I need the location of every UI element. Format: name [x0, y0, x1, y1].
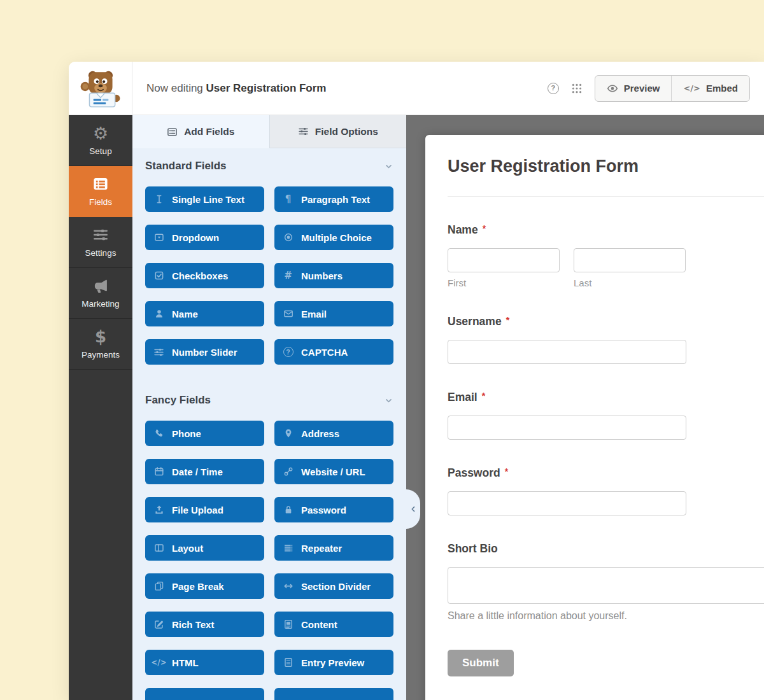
field-button-label: Checkboxes — [172, 270, 228, 281]
section-header-standard-fields[interactable]: Standard Fields — [145, 158, 393, 174]
fields-grid-standard-fields: Single Line Text¶Paragraph TextDropdownM… — [145, 186, 393, 365]
field-button-label: Section Divider — [301, 581, 371, 592]
field-button-page-break[interactable]: Page Break — [145, 573, 264, 599]
field-button-section-divider[interactable]: Section Divider — [274, 573, 393, 599]
field-label-row: Username* — [448, 315, 764, 328]
panel-body: Standard FieldsSingle Line Text¶Paragrap… — [132, 148, 406, 700]
radio-icon — [283, 232, 294, 242]
content-icon — [283, 619, 294, 629]
panel-tabs: Add Fields Field Options — [132, 115, 406, 148]
field-button-label: Email — [301, 309, 327, 319]
field-label: Email — [448, 391, 478, 403]
html-icon: </> — [153, 659, 164, 666]
form-builder-window: Now editing User Registration Form ? — [69, 62, 764, 700]
form-preview-area: User Registration Form Name* First Last … — [406, 115, 764, 700]
builder-body: ⚙Setup Fields Settings Marketing$Payment… — [69, 115, 764, 700]
preview-button[interactable]: Preview — [595, 76, 672, 101]
field-button-multiple-choice[interactable]: Multiple Choice — [274, 225, 393, 250]
field-button-numbers[interactable]: #Numbers — [274, 263, 393, 288]
field-button-label: Paragraph Text — [301, 194, 370, 205]
field-button-password[interactable]: Password — [274, 497, 393, 522]
field-button-number-slider[interactable]: Number Slider — [145, 339, 264, 365]
sidebar-item-marketing[interactable]: Marketing — [69, 268, 132, 319]
field-button-rich-text[interactable]: Rich Text — [145, 612, 264, 637]
field-button-partial[interactable] — [274, 688, 393, 700]
section-header-fancy-fields[interactable]: Fancy Fields — [145, 393, 393, 408]
gear-icon: ⚙ — [93, 125, 108, 141]
field-button-content[interactable]: Content — [274, 612, 393, 637]
field-button-html[interactable]: </>HTML — [145, 650, 264, 675]
entry-preview-icon — [283, 657, 294, 668]
calendar-icon — [153, 466, 164, 477]
required-asterisk: * — [483, 223, 486, 234]
field-button-label: Website / URL — [301, 466, 365, 477]
field-button-file-upload[interactable]: File Upload — [145, 497, 264, 522]
help-icon[interactable]: ? — [548, 83, 559, 94]
field-button-paragraph-text[interactable]: ¶Paragraph Text — [274, 186, 393, 212]
preview-field-email[interactable]: Email* — [448, 391, 764, 440]
field-button-layout[interactable]: Layout — [145, 535, 264, 561]
field-button-captcha[interactable]: ?CAPTCHA — [274, 339, 393, 365]
field-button-partial[interactable] — [145, 688, 264, 700]
fields-grid-fancy-fields: PhoneAddressDate / TimeWebsite / URLFile… — [145, 421, 393, 700]
sidebar-item-settings[interactable]: Settings — [69, 217, 132, 268]
form-preview-card: User Registration Form Name* First Last … — [425, 135, 764, 700]
embed-button[interactable]: </> Embed — [671, 76, 749, 101]
last-name-input[interactable] — [574, 248, 686, 272]
tab-field-options[interactable]: Field Options — [269, 115, 407, 148]
form-preview-title[interactable]: User Registration Form — [448, 157, 764, 176]
upload-icon — [153, 505, 164, 515]
field-button-name[interactable]: Name — [145, 301, 264, 326]
username-input[interactable] — [448, 340, 686, 364]
field-button-dropdown[interactable]: Dropdown — [145, 225, 264, 250]
field-button-phone[interactable]: Phone — [145, 421, 264, 446]
first-name-input[interactable] — [448, 248, 560, 272]
field-button-label: Page Break — [172, 581, 224, 592]
user-icon — [153, 309, 164, 319]
sidebar-item-label: Marketing — [81, 299, 119, 309]
sidebar-item-payments[interactable]: $Payments — [69, 319, 132, 370]
field-label: Short Bio — [448, 542, 498, 555]
field-button-label: Layout — [172, 543, 203, 554]
builder-sidebar: ⚙Setup Fields Settings Marketing$Payment… — [69, 115, 132, 700]
top-bar-actions: ? — [548, 75, 750, 102]
field-button-checkboxes[interactable]: Checkboxes — [145, 263, 264, 288]
field-label: Name — [448, 223, 478, 236]
logo-box — [69, 62, 132, 115]
field-button-single-line-text[interactable]: Single Line Text — [145, 186, 264, 212]
preview-field-password[interactable]: Password* — [448, 466, 764, 515]
password-input[interactable] — [448, 491, 686, 515]
email-input[interactable] — [448, 416, 686, 440]
field-label: Password — [448, 466, 500, 479]
field-button-label: Name — [172, 309, 198, 319]
field-button-address[interactable]: Address — [274, 421, 393, 446]
field-button-email[interactable]: Email — [274, 301, 393, 326]
preview-field-short-bio[interactable]: Short BioShare a little information abou… — [448, 542, 764, 622]
preview-field-username[interactable]: Username* — [448, 315, 764, 364]
tab-add-fields[interactable]: Add Fields — [132, 115, 269, 148]
sidebar-item-setup[interactable]: ⚙Setup — [69, 115, 132, 166]
hash-icon: # — [283, 271, 294, 281]
chevron-down-icon[interactable] — [384, 396, 393, 405]
sidebar-item-label: Setup — [89, 146, 111, 156]
field-button-repeater[interactable]: Repeater — [274, 535, 393, 561]
question-circle-icon: ? — [283, 347, 294, 357]
sidebar-item-fields[interactable]: Fields — [69, 166, 132, 217]
field-button-label: Single Line Text — [172, 194, 244, 205]
field-button-date-time[interactable]: Date / Time — [145, 459, 264, 484]
form-title-divider — [448, 196, 764, 197]
preview-button-label: Preview — [624, 83, 660, 94]
field-button-entry-preview[interactable]: Entry Preview — [274, 650, 393, 675]
top-bar: Now editing User Registration Form ? — [69, 62, 764, 115]
submit-button[interactable]: Submit — [448, 650, 514, 676]
field-label-row: Name* — [448, 223, 764, 236]
field-button-website-url[interactable]: Website / URL — [274, 459, 393, 484]
chevron-down-icon[interactable] — [384, 162, 393, 171]
apps-grid-icon[interactable] — [571, 83, 583, 94]
field-description: Share a little information about yoursel… — [448, 610, 764, 622]
sidebar-item-label: Fields — [89, 197, 112, 207]
input-sublabel: First — [448, 277, 560, 288]
lock-icon — [283, 505, 294, 515]
short-bio-textarea[interactable] — [448, 567, 764, 604]
preview-field-name[interactable]: Name* First Last — [448, 223, 764, 288]
